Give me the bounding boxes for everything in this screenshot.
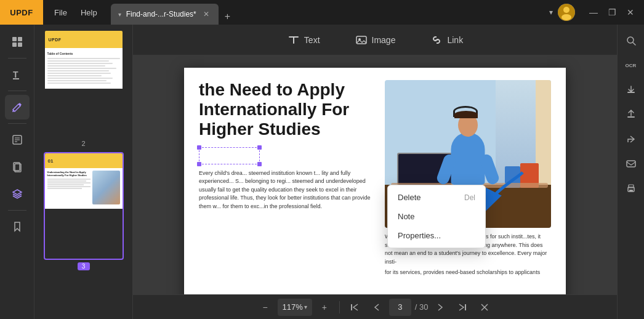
- export-icon[interactable]: [620, 103, 642, 126]
- user-avatar[interactable]: [558, 4, 575, 21]
- menu-file[interactable]: File: [48, 6, 73, 20]
- title-bar-chevron-icon[interactable]: ▾: [547, 6, 555, 19]
- toolbar-divider-1: [8, 58, 26, 59]
- edit-mode-icon[interactable]: [5, 95, 30, 119]
- pdf-page: the Need to Apply Internationally For Hi…: [184, 68, 566, 294]
- svg-line-27: [633, 42, 635, 45]
- print-icon[interactable]: [620, 177, 642, 200]
- toolbar-divider-3: [8, 123, 26, 124]
- app-logo: UPDF: [0, 0, 43, 25]
- page-title: the Need to Apply Internationally For Hi…: [199, 80, 371, 140]
- nav-prev-button[interactable]: [367, 297, 387, 317]
- zoom-dropdown-icon: ▾: [304, 304, 307, 310]
- image-tool-label: Image: [372, 35, 396, 45]
- thumbnail-item-3[interactable]: 01 Understanding the Need to Apply Inter…: [39, 152, 127, 270]
- share-icon[interactable]: [620, 128, 642, 150]
- current-page-input[interactable]: [389, 299, 411, 316]
- svg-rect-29: [627, 116, 635, 118]
- bookmark-icon[interactable]: [5, 214, 30, 239]
- left-toolbar: T: [0, 25, 34, 319]
- toolbar-divider-4: [8, 210, 26, 211]
- thumbnails-panel-icon[interactable]: [5, 30, 30, 54]
- main-area: T UPDF Table of Conte: [0, 25, 644, 319]
- svg-rect-18: [356, 36, 366, 44]
- svg-rect-5: [12, 42, 17, 47]
- maximize-button[interactable]: ❐: [603, 4, 621, 21]
- page-body-right-2: for its services, provides need-based sc…: [385, 269, 551, 277]
- window-controls: — ❐ ✕: [580, 4, 644, 21]
- svg-point-2: [561, 14, 571, 20]
- annotate-icon[interactable]: [5, 127, 30, 152]
- menu-bar: File Help: [43, 0, 108, 25]
- thumbnail-preview-2: UPDF Table of Contents: [44, 30, 124, 137]
- ocr-icon[interactable]: OCR: [620, 54, 642, 76]
- content-area: Text Image Link: [133, 25, 617, 319]
- svg-point-1: [563, 7, 570, 13]
- text-tool-button[interactable]: Text: [280, 30, 328, 50]
- context-menu-delete[interactable]: Delete Del: [388, 188, 485, 207]
- nav-last-button[interactable]: [453, 297, 472, 317]
- title-bar-right: ▾: [547, 4, 580, 21]
- zoom-in-button[interactable]: +: [315, 297, 334, 317]
- zoom-level-display[interactable]: 117% ▾: [278, 299, 312, 316]
- total-pages: / 30: [415, 302, 429, 312]
- context-menu: Delete Del Note Properties...: [387, 185, 486, 248]
- link-tool-button[interactable]: Link: [422, 30, 470, 50]
- page-body-left: Every child's drea... steemed institutio…: [199, 169, 375, 211]
- tab-close-button[interactable]: ✕: [201, 9, 211, 19]
- toolbar-divider-2: [8, 91, 26, 91]
- text-tool-icon: [287, 33, 300, 47]
- layers-icon[interactable]: [5, 182, 30, 206]
- close-button[interactable]: ✕: [622, 4, 639, 21]
- link-tool-icon: [430, 33, 443, 47]
- context-menu-note[interactable]: Note: [388, 207, 485, 226]
- svg-rect-3: [12, 37, 17, 41]
- active-tab[interactable]: ▾ Find-and-...r-Studies* ✕: [111, 4, 219, 25]
- tab-dropdown-icon[interactable]: ▾: [118, 11, 121, 18]
- mail-icon[interactable]: [620, 153, 642, 175]
- page-navigation: / 30: [389, 299, 429, 316]
- context-menu-properties[interactable]: Properties...: [388, 226, 485, 245]
- minimize-button[interactable]: —: [585, 4, 602, 21]
- pdf-viewer: the Need to Apply Internationally For Hi…: [133, 55, 617, 294]
- thumbnail-label-2: 2: [81, 140, 85, 147]
- right-toolbar: OCR: [617, 25, 644, 319]
- toolbar-separator-1: [339, 301, 340, 313]
- search-icon[interactable]: [620, 30, 642, 52]
- thumbnail-item-2[interactable]: UPDF Table of Contents 2: [39, 30, 127, 147]
- pages-icon[interactable]: [5, 155, 30, 179]
- svg-rect-4: [18, 37, 22, 41]
- thumbnail-preview-3: 01 Understanding the Need to Apply Inter…: [44, 152, 124, 260]
- link-tool-label: Link: [447, 35, 463, 45]
- svg-marker-15: [13, 190, 22, 195]
- image-tool-button[interactable]: Image: [347, 30, 403, 50]
- thumbnail-label-3: 3: [78, 262, 90, 270]
- nav-first-button[interactable]: [345, 297, 364, 317]
- title-bar: UPDF File Help ▾ Find-and-...r-Studies* …: [0, 0, 644, 25]
- zoom-value: 117%: [283, 302, 303, 312]
- svg-rect-33: [629, 190, 633, 192]
- nav-close-button[interactable]: [475, 297, 494, 317]
- import-icon[interactable]: [620, 79, 642, 101]
- image-tool-icon: [355, 33, 368, 47]
- edit-toolbar: Text Image Link: [133, 25, 617, 55]
- svg-text:T: T: [13, 70, 18, 79]
- tab-bar: ▾ Find-and-...r-Studies* ✕ +: [108, 0, 547, 25]
- zoom-out-button[interactable]: −: [256, 297, 275, 317]
- highlight-text-icon[interactable]: T: [5, 62, 30, 87]
- new-tab-button[interactable]: +: [220, 9, 235, 25]
- svg-rect-17: [293, 36, 294, 44]
- text-tool-label: Text: [304, 35, 320, 45]
- tab-label: Find-and-...r-Studies*: [126, 10, 196, 18]
- thumbnail-panel: UPDF Table of Contents 2: [34, 25, 133, 319]
- nav-next-button[interactable]: [430, 297, 450, 317]
- svg-rect-6: [18, 42, 22, 47]
- menu-help[interactable]: Help: [74, 6, 103, 20]
- bottom-toolbar: − 117% ▾ + / 30: [133, 294, 617, 319]
- svg-rect-30: [627, 161, 635, 167]
